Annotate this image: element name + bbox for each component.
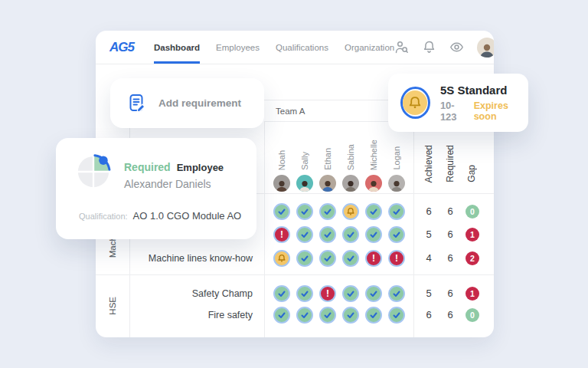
required-count: 6: [442, 308, 459, 322]
grid-divider: [264, 121, 265, 337]
required-count: 6: [442, 228, 459, 242]
document-edit-icon: [127, 93, 148, 113]
required-employee-popover: Required Employee Alexander Daniels Qual…: [56, 138, 256, 239]
skill-status-icon[interactable]: !: [319, 250, 336, 267]
skill-status-icon[interactable]: !: [342, 203, 359, 220]
employee-name: Alexander Daniels: [124, 178, 211, 190]
skill-status-icon[interactable]: !: [319, 226, 336, 243]
summary-header-achieved: Achieved: [422, 127, 436, 182]
skill-status-icon[interactable]: !: [273, 307, 290, 324]
required-count: 6: [442, 251, 459, 265]
expires-soon-badge: Expires soon: [474, 100, 528, 122]
employee-column-header[interactable]: Sabina: [345, 113, 357, 170]
notifications-bell-icon[interactable]: [422, 40, 436, 54]
qualification-field-label: Qualification:: [79, 212, 128, 221]
gap-badge: 0: [466, 308, 479, 322]
skill-status-icon[interactable]: !: [365, 250, 382, 267]
skill-status-icon[interactable]: !: [365, 226, 382, 243]
nav-tab-qualifications[interactable]: Qualifications: [276, 31, 328, 64]
skill-status-icon[interactable]: !: [273, 226, 290, 243]
employee-avatar[interactable]: [388, 175, 405, 192]
skill-status-icon[interactable]: !: [365, 203, 382, 220]
qualification-row-label[interactable]: Machine lines know-how: [122, 251, 253, 265]
achieved-count: 4: [420, 251, 437, 265]
skill-status-icon[interactable]: !: [319, 307, 336, 324]
skill-status-icon[interactable]: !: [296, 250, 313, 267]
ag5-logo: AG5: [109, 40, 134, 55]
skill-status-icon[interactable]: !: [296, 226, 313, 243]
employee-column-header[interactable]: Noah: [276, 113, 288, 170]
gap-badge: 0: [466, 205, 479, 219]
skill-status-icon[interactable]: !: [319, 285, 336, 302]
bell-badge-icon: [400, 87, 430, 119]
top-navbar: AG5 Dashboard Employees Qualifications O…: [96, 31, 494, 64]
main-nav: Dashboard Employees Qualifications Organ…: [154, 31, 394, 64]
qualification-row-label[interactable]: Safety Champ: [122, 287, 253, 301]
profile-avatar[interactable]: [477, 38, 494, 58]
qualification-field-value: AO 1.0 CGO Module AO: [133, 210, 242, 222]
gap-badge: 2: [466, 251, 479, 265]
user-search-icon[interactable]: [394, 40, 409, 54]
entity-type-label: Employee: [177, 162, 224, 173]
summary-header-gap: Gap: [465, 127, 479, 182]
skill-status-icon[interactable]: !: [319, 203, 336, 220]
summary-header-required: Required: [443, 127, 457, 182]
gap-badge: 1: [466, 287, 479, 301]
employee-avatar[interactable]: [342, 175, 359, 192]
nav-tab-employees[interactable]: Employees: [216, 31, 260, 64]
employee-avatar[interactable]: [273, 175, 290, 192]
qualification-code: 10-123: [440, 100, 469, 123]
pie-chart-icon: [76, 154, 111, 189]
employee-column-header[interactable]: Ethan: [322, 113, 334, 170]
required-count: 6: [442, 287, 459, 301]
qualification-title: 5S Standard: [440, 84, 528, 97]
expiring-qualification-card[interactable]: 5S Standard 10-123 Expires soon: [388, 74, 528, 132]
required-tag: Required: [124, 161, 171, 173]
achieved-count: 6: [420, 205, 437, 219]
qualification-row-label[interactable]: Fire safety: [122, 308, 253, 322]
skill-status-icon[interactable]: !: [296, 307, 313, 324]
skill-status-icon[interactable]: !: [296, 203, 313, 220]
add-requirement-button[interactable]: Add requirement: [110, 78, 264, 128]
skill-status-icon[interactable]: !: [365, 285, 382, 302]
add-requirement-label: Add requirement: [158, 97, 241, 109]
skill-status-icon[interactable]: !: [296, 285, 313, 302]
nav-tab-dashboard[interactable]: Dashboard: [154, 31, 200, 64]
skill-status-icon[interactable]: !: [273, 285, 290, 302]
achieved-count: 5: [420, 287, 437, 301]
skill-status-icon[interactable]: !: [388, 250, 405, 267]
employee-avatar[interactable]: [319, 175, 336, 192]
skill-status-icon[interactable]: !: [273, 250, 290, 267]
skill-status-icon[interactable]: !: [388, 307, 405, 324]
watch-eye-icon[interactable]: [449, 40, 464, 54]
skill-status-icon[interactable]: !: [365, 307, 382, 324]
employee-column-header[interactable]: Michelle: [368, 113, 380, 170]
skill-status-icon[interactable]: !: [388, 226, 405, 243]
skill-status-icon[interactable]: !: [388, 285, 405, 302]
skill-status-icon[interactable]: !: [342, 307, 359, 324]
nav-tab-organization[interactable]: Organization: [345, 31, 394, 64]
skill-status-icon[interactable]: !: [388, 203, 405, 220]
employee-avatar[interactable]: [296, 175, 313, 192]
required-count: 6: [442, 205, 459, 219]
employee-avatar[interactable]: [365, 175, 382, 192]
skill-status-icon[interactable]: !: [342, 285, 359, 302]
employee-column-header[interactable]: Sally: [299, 113, 311, 170]
achieved-count: 6: [420, 308, 437, 322]
achieved-count: 5: [420, 228, 437, 242]
category-label-hse[interactable]: HSE: [103, 274, 122, 337]
skill-status-icon[interactable]: !: [342, 250, 359, 267]
section-divider: [96, 274, 494, 275]
skill-status-icon[interactable]: !: [273, 203, 290, 220]
skill-status-icon[interactable]: !: [342, 226, 359, 243]
grid-divider: [413, 121, 414, 337]
gap-badge: 1: [466, 228, 479, 242]
